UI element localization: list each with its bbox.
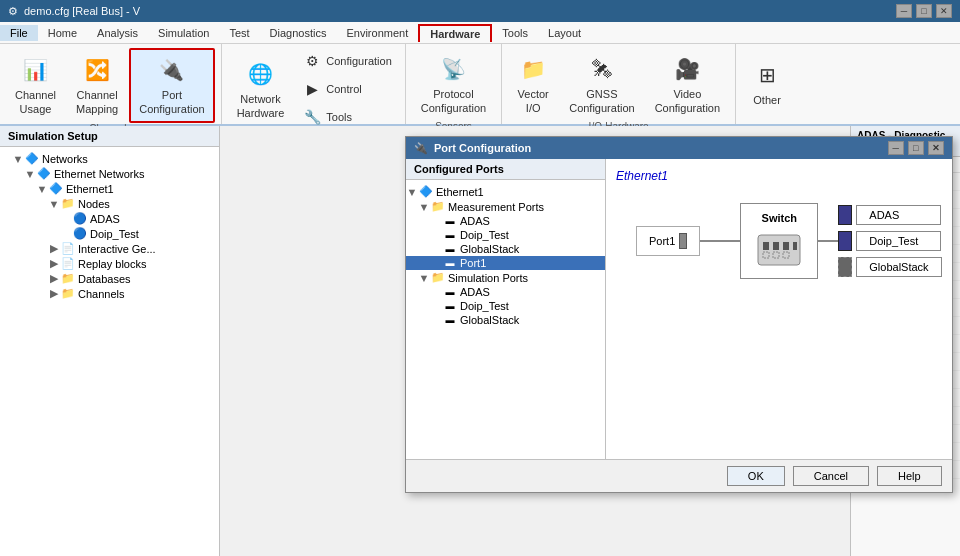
expand-nodes[interactable]: ▼	[48, 198, 60, 210]
ribbon-group-iohardware: 📁 VectorI/O 🛰 GNSSConfiguration 🎥 VideoC…	[502, 44, 736, 124]
menu-test[interactable]: Test	[219, 25, 259, 41]
dialog-tree-sim-doip[interactable]: ▬ Doip_Test	[406, 299, 605, 313]
dialog-tree-simulation-ports[interactable]: ▼ 📁 Simulation Ports	[406, 270, 605, 285]
vector-io-btn[interactable]: 📁 VectorI/O	[508, 48, 558, 121]
tree-item-interactive[interactable]: ▶ 📄 Interactive Ge...	[0, 241, 219, 256]
protocol-configuration-label: ProtocolConfiguration	[421, 87, 486, 116]
dlg-eth1-icon: 🔷	[418, 185, 434, 198]
tree-item-channels[interactable]: ▶ 📁 Channels	[0, 286, 219, 301]
dialog-tree-adas[interactable]: ▬ ADAS	[406, 214, 605, 228]
video-configuration-btn[interactable]: 🎥 VideoConfiguration	[646, 48, 729, 121]
dialog-minimize-btn[interactable]: ─	[888, 141, 904, 155]
menu-home[interactable]: Home	[38, 25, 87, 41]
expand-ethernet-networks[interactable]: ▼	[24, 168, 36, 180]
globalstack-port-connector	[838, 257, 852, 277]
ribbon-group-sensors: 📡 ProtocolConfiguration Sensors	[406, 44, 502, 124]
expand-dlg-meas[interactable]: ▼	[418, 201, 430, 213]
switch-diagram: Port1 Switch	[636, 203, 942, 279]
expand-channels[interactable]: ▶	[48, 287, 60, 300]
cancel-button[interactable]: Cancel	[793, 466, 869, 486]
dialog-tree-globalstack[interactable]: ▬ GlobalStack	[406, 242, 605, 256]
dialog-title-bar: 🔌 Port Configuration ─ □ ✕	[406, 137, 952, 159]
channels-label: Channels	[78, 288, 124, 300]
dlg-eth1-label: Ethernet1	[436, 186, 484, 198]
dialog-close-btn[interactable]: ✕	[928, 141, 944, 155]
tree-item-databases[interactable]: ▶ 📁 Databases	[0, 271, 219, 286]
close-btn[interactable]: ✕	[936, 4, 952, 18]
doip-port-connector	[838, 231, 852, 251]
svg-rect-1	[763, 242, 769, 250]
expand-interactive[interactable]: ▶	[48, 242, 60, 255]
ethernet-networks-label: Ethernet Networks	[54, 168, 144, 180]
dlg-sim-adas-icon: ▬	[442, 287, 458, 297]
tree-item-adas[interactable]: 🔵 ADAS	[0, 211, 219, 226]
help-button[interactable]: Help	[877, 466, 942, 486]
port1-label: Port1	[649, 235, 675, 247]
left-panel: Simulation Setup ▼ 🔷 Networks ▼ 🔷 Ethern…	[0, 126, 220, 556]
databases-label: Databases	[78, 273, 131, 285]
control-btn[interactable]: ▶ Control	[295, 76, 398, 102]
dialog-title-controls[interactable]: ─ □ ✕	[888, 141, 944, 155]
title-bar-text: demo.cfg [Real Bus] - V	[24, 5, 140, 17]
configuration-label: Configuration	[326, 54, 391, 68]
switch-port-globalstack: GlobalStack	[838, 257, 941, 277]
tree-item-doip[interactable]: 🔵 Doip_Test	[0, 226, 219, 241]
expand-dlg-sim[interactable]: ▼	[418, 272, 430, 284]
dialog-tree: ▼ 🔷 Ethernet1 ▼ 📁 Measurement Ports	[406, 180, 605, 459]
expand-databases[interactable]: ▶	[48, 272, 60, 285]
channel-usage-btn[interactable]: 📊 ChannelUsage	[6, 48, 65, 123]
menu-hardware[interactable]: Hardware	[418, 24, 492, 42]
port-configuration-label: PortConfiguration	[139, 88, 204, 117]
configuration-btn[interactable]: ⚙ Configuration	[295, 48, 398, 74]
simulation-tree: ▼ 🔷 Networks ▼ 🔷 Ethernet Networks ▼ 🔷 E…	[0, 147, 219, 556]
expand-dlg-eth1[interactable]: ▼	[406, 186, 418, 198]
expand-ethernet1[interactable]: ▼	[36, 183, 48, 195]
tree-item-nodes[interactable]: ▼ 📁 Nodes	[0, 196, 219, 211]
menu-tools[interactable]: Tools	[492, 25, 538, 41]
port-configuration-btn[interactable]: 🔌 PortConfiguration	[129, 48, 214, 123]
menu-layout[interactable]: Layout	[538, 25, 591, 41]
protocol-configuration-btn[interactable]: 📡 ProtocolConfiguration	[412, 48, 495, 121]
title-bar-controls[interactable]: ─ □ ✕	[896, 4, 952, 18]
tree-item-networks[interactable]: ▼ 🔷 Networks	[0, 151, 219, 166]
ribbon-group-other: ⊞ Other	[736, 44, 798, 124]
gnss-configuration-icon: 🛰	[586, 53, 618, 85]
video-configuration-icon: 🎥	[671, 53, 703, 85]
ribbon-group-other-items: ⊞ Other	[742, 48, 792, 118]
dialog-tree-sim-adas[interactable]: ▬ ADAS	[406, 285, 605, 299]
channel-mapping-btn[interactable]: 🔀 ChannelMapping	[67, 48, 127, 123]
minimize-btn[interactable]: ─	[896, 4, 912, 18]
dlg-simulation-label: Simulation Ports	[448, 272, 528, 284]
ok-button[interactable]: OK	[727, 466, 785, 486]
expand-replay[interactable]: ▶	[48, 257, 60, 270]
dialog-tree-ethernet1[interactable]: ▼ 🔷 Ethernet1	[406, 184, 605, 199]
dialog-tree-measurement-ports[interactable]: ▼ 📁 Measurement Ports	[406, 199, 605, 214]
vector-io-icon: 📁	[517, 53, 549, 85]
tree-item-ethernet1[interactable]: ▼ 🔷 Ethernet1	[0, 181, 219, 196]
dlg-sim-icon: 📁	[430, 271, 446, 284]
replay-icon: 📄	[60, 257, 76, 270]
maximize-btn[interactable]: □	[916, 4, 932, 18]
dialog-tree-sim-gs[interactable]: ▬ GlobalStack	[406, 313, 605, 327]
network-hardware-btn[interactable]: 🌐 NetworkHardware	[228, 48, 294, 130]
switch-icon-svg	[753, 230, 805, 270]
other-label: Other	[753, 93, 781, 107]
adas-label: ADAS	[90, 213, 120, 225]
ethernet1-icon: 🔷	[48, 182, 64, 195]
menu-simulation[interactable]: Simulation	[148, 25, 219, 41]
menu-file[interactable]: File	[0, 25, 38, 41]
expand-networks[interactable]: ▼	[12, 153, 24, 165]
tree-item-replay[interactable]: ▶ 📄 Replay blocks	[0, 256, 219, 271]
tree-item-ethernet-networks[interactable]: ▼ 🔷 Ethernet Networks	[0, 166, 219, 181]
dialog-maximize-btn[interactable]: □	[908, 141, 924, 155]
menu-environment[interactable]: Environment	[336, 25, 418, 41]
menu-diagnostics[interactable]: Diagnostics	[260, 25, 337, 41]
nodes-label: Nodes	[78, 198, 110, 210]
dialog-tree-doip[interactable]: ▬ Doip_Test	[406, 228, 605, 242]
gnss-configuration-btn[interactable]: 🛰 GNSSConfiguration	[560, 48, 643, 121]
other-btn[interactable]: ⊞ Other	[742, 48, 792, 118]
ribbon-content: 📊 ChannelUsage 🔀 ChannelMapping 🔌 PortCo…	[0, 44, 960, 124]
dialog-tree-port1[interactable]: ▬ Port1	[406, 256, 605, 270]
menu-bar: File Home Analysis Simulation Test Diagn…	[0, 22, 960, 44]
menu-analysis[interactable]: Analysis	[87, 25, 148, 41]
